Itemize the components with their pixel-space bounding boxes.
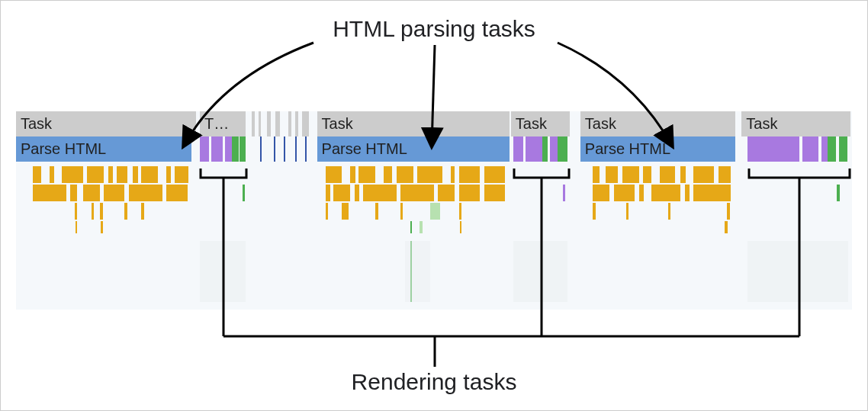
task-block: Task <box>317 111 510 136</box>
render-cluster <box>513 136 567 162</box>
blue-sliver <box>284 136 285 162</box>
blue-sliver <box>295 136 297 162</box>
task-sliver <box>302 111 309 136</box>
task-sliver <box>275 111 281 136</box>
bottom-annotation-label: Rendering tasks <box>352 369 517 395</box>
task-sliver <box>252 111 255 136</box>
render-cluster <box>200 136 246 162</box>
task-sliver <box>259 111 261 136</box>
task-sliver <box>288 111 291 136</box>
task-sliver <box>295 111 298 136</box>
blue-sliver <box>274 136 275 162</box>
top-annotation-label: HTML parsing tasks <box>333 16 535 42</box>
lanes-background: Task T… Task Task Task Task Parse HTML P… <box>16 111 852 310</box>
perf-flame-chart: Task T… Task Task Task Task Parse HTML P… <box>16 111 852 310</box>
blue-sliver <box>305 136 307 162</box>
task-block-truncated: T… <box>200 111 246 136</box>
figure-frame: HTML parsing tasks Task T… Task Task Tas… <box>0 0 868 411</box>
render-cluster <box>747 136 848 162</box>
parse-html-lane: Parse HTML Parse HTML Parse HTML <box>16 136 852 162</box>
task-block: Task <box>511 111 570 136</box>
task-block: Task <box>16 111 196 136</box>
parse-html-block: Parse HTML <box>16 136 191 162</box>
blue-sliver <box>260 136 262 162</box>
task-sliver <box>267 111 271 136</box>
task-lane: Task T… Task Task Task Task <box>16 111 852 136</box>
parse-html-block: Parse HTML <box>317 136 510 162</box>
task-block: Task <box>580 111 735 136</box>
task-block: Task <box>741 111 850 136</box>
flame-area <box>16 165 852 310</box>
parse-html-block: Parse HTML <box>580 136 735 162</box>
